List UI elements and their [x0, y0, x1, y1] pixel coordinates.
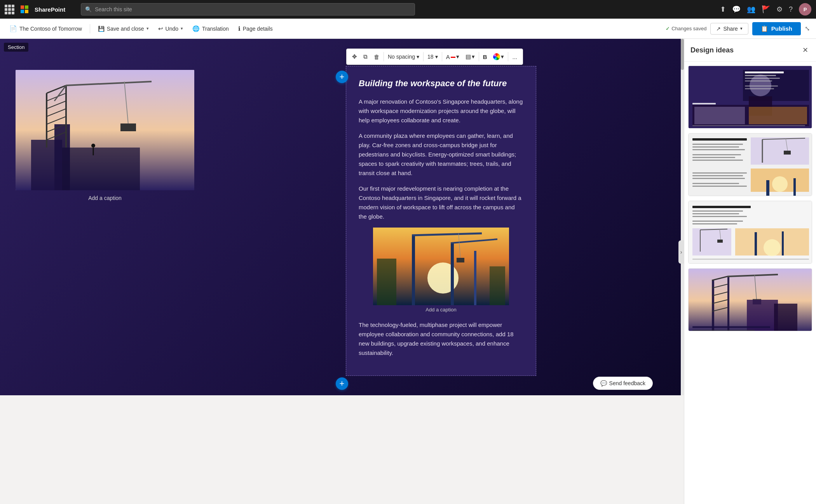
page-details-label: Page details [243, 26, 273, 32]
svg-rect-71 [692, 216, 747, 217]
save-close-label: Save and close [107, 26, 144, 32]
add-section-top-button[interactable]: + [336, 71, 348, 83]
svg-rect-44 [692, 125, 805, 126]
publish-label: Publish [771, 25, 792, 32]
svg-rect-62 [692, 172, 747, 174]
svg-rect-86 [727, 276, 729, 331]
svg-rect-51 [692, 157, 735, 158]
fmt-divider-2 [423, 52, 424, 61]
inline-caption[interactable]: Add a caption [359, 307, 523, 313]
left-caption[interactable]: Add a caption [88, 195, 122, 201]
translation-label: Translation [202, 26, 229, 32]
color-picker-button[interactable]: ▾ [491, 52, 506, 62]
svg-rect-70 [692, 213, 739, 214]
design-card-2[interactable] [688, 133, 812, 196]
style-chevron: ▾ [417, 54, 419, 60]
more-icon: ... [512, 54, 517, 60]
help-icon[interactable]: ? [789, 5, 793, 14]
text-editor[interactable]: ✥ ⧉ 🗑 No spacing ▾ 18 [346, 66, 536, 376]
card2-svg [689, 134, 812, 196]
design-card-1[interactable] [688, 66, 812, 129]
undo-button[interactable]: ↩ Undo ▾ [155, 24, 186, 34]
chat-icon[interactable]: 💬 [732, 5, 741, 14]
format-toolbar: ✥ ⧉ 🗑 No spacing ▾ 18 [346, 49, 523, 65]
add-section-bottom-button[interactable]: + [336, 377, 348, 390]
svg-rect-21 [412, 235, 415, 305]
svg-rect-37 [745, 80, 772, 82]
article-para3: Our first major redevelopment is nearing… [359, 184, 523, 221]
save-close-button[interactable]: 💾 Save and close ▾ [95, 24, 152, 33]
color-button[interactable]: A ▾ [444, 52, 462, 62]
settings-icon[interactable]: ⚙ [776, 5, 783, 14]
svg-rect-69 [692, 210, 743, 212]
waffle-icon [5, 5, 14, 14]
toolbar-right: ✓ Changes saved ↗ Share ▾ 📋 Publish ⤡ [666, 22, 810, 35]
send-feedback-button[interactable]: 💬 Send feedback [593, 377, 653, 390]
divider-1 [90, 24, 90, 33]
highlight-button[interactable]: ▤ ▾ [463, 52, 477, 62]
fullscreen-button[interactable]: ⤡ [805, 25, 810, 32]
card-1-thumbnail [689, 66, 812, 128]
undo-icon: ↩ [158, 25, 163, 32]
inline-image [373, 228, 509, 305]
share-icon-btn: ↗ [716, 26, 721, 32]
translation-button[interactable]: 🌐 Translation [189, 24, 232, 34]
card-2-thumbnail [689, 134, 812, 196]
svg-rect-98 [692, 330, 755, 331]
delete-button[interactable]: 🗑 [371, 52, 382, 62]
avatar[interactable]: P [799, 3, 811, 16]
svg-rect-73 [692, 223, 737, 224]
two-column-layout: Add a caption ✥ ⧉ 🗑 N [0, 39, 684, 395]
save-icon: 💾 [98, 26, 105, 32]
svg-point-17 [91, 144, 95, 148]
svg-rect-35 [745, 75, 776, 76]
section-label: Section [4, 43, 28, 52]
share-icon[interactable]: ⬆ [720, 5, 726, 14]
search-bar[interactable]: 🔍 Search this site [81, 3, 415, 16]
design-card-3[interactable] [688, 201, 812, 264]
svg-rect-78 [717, 240, 723, 243]
publish-icon: 📋 [761, 25, 768, 32]
move-button[interactable]: ✥ [350, 52, 359, 62]
canvas-area[interactable]: Section + [0, 39, 684, 504]
svg-rect-82 [782, 231, 784, 255]
scroll-thumb[interactable] [681, 39, 684, 70]
flag-icon[interactable]: 🚩 [762, 5, 770, 14]
svg-rect-38 [745, 85, 778, 87]
publish-button[interactable]: 📋 Publish [752, 22, 801, 35]
page-details-button[interactable]: ℹ Page details [235, 24, 276, 34]
left-column: Add a caption [0, 62, 202, 380]
share-button[interactable]: ↗ Share ▾ [710, 23, 748, 35]
svg-rect-23 [474, 251, 476, 305]
toolbar-left: 📄 The Contoso of Tomorrow 💾 Save and clo… [6, 23, 663, 34]
svg-rect-3 [62, 148, 140, 190]
svg-point-80 [764, 239, 781, 256]
waffle-menu[interactable] [5, 5, 14, 14]
design-card-4[interactable] [688, 268, 812, 331]
size-chevron: ▾ [435, 54, 438, 60]
undo-label: Undo [166, 26, 178, 32]
svg-rect-96 [774, 304, 797, 331]
color-bar [451, 57, 455, 58]
more-options-button[interactable]: ... [510, 52, 520, 62]
design-panel-title: Design ideas [690, 46, 734, 54]
style-selector[interactable]: No spacing ▾ [385, 53, 422, 61]
chevron-right-icon: › [680, 249, 682, 255]
size-selector[interactable]: 18 ▾ [425, 53, 440, 61]
card3-svg [689, 201, 812, 263]
check-icon: ✓ [666, 26, 670, 31]
article-para4: The technology-fueled, multiphase projec… [359, 320, 523, 358]
share-label: Share [723, 26, 738, 32]
svg-rect-60 [766, 180, 769, 196]
bold-button[interactable]: B [481, 52, 490, 62]
people-icon[interactable]: 👥 [747, 5, 755, 14]
page-title-item[interactable]: 📄 The Contoso of Tomorrow [6, 23, 85, 34]
color-icon: A [446, 54, 450, 60]
page-icon: 📄 [9, 25, 17, 32]
close-design-panel-button[interactable]: ✕ [801, 44, 810, 56]
collapse-panel-handle[interactable]: › [678, 240, 684, 264]
page-title: The Contoso of Tomorrow [19, 26, 82, 32]
svg-rect-61 [793, 178, 796, 196]
article-para2: A community plaza where employees can ga… [359, 131, 523, 178]
copy-button[interactable]: ⧉ [361, 52, 370, 62]
